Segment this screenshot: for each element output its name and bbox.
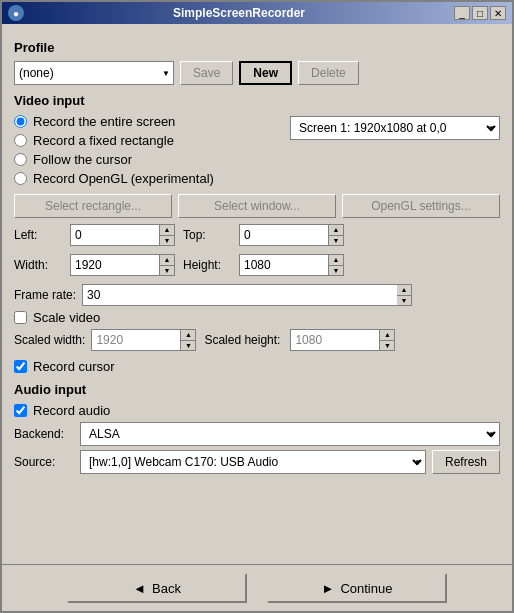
left-down-btn[interactable]: ▼ <box>160 236 174 246</box>
scale-video-checkbox[interactable] <box>14 311 27 324</box>
new-button[interactable]: New <box>239 61 292 85</box>
height-field-row: Height: 1080 ▲ ▼ <box>183 254 344 276</box>
profile-row: (none) Save New Delete <box>14 61 500 85</box>
continue-button[interactable]: ► Continue <box>267 573 447 603</box>
scaled-height-field-row: Scaled height: 1080 ▲ ▼ <box>204 329 395 351</box>
continue-icon: ► <box>322 581 335 596</box>
record-cursor-label: Record cursor <box>33 359 115 374</box>
backend-select[interactable]: ALSA <box>80 422 500 446</box>
scale-video-row: Scale video <box>14 310 500 325</box>
content-area: Profile (none) Save New Delete Video inp… <box>2 24 512 564</box>
height-spin-buttons: ▲ ▼ <box>329 254 344 276</box>
width-up-btn[interactable]: ▲ <box>160 255 174 266</box>
height-label: Height: <box>183 258 233 272</box>
width-input[interactable]: 1920 <box>70 254 160 276</box>
source-row: Source: [hw:1,0] Webcam C170: USB Audio … <box>14 450 500 474</box>
profile-select[interactable]: (none) <box>14 61 174 85</box>
radio-group: Record the entire screen Record a fixed … <box>14 114 214 186</box>
record-audio-checkbox[interactable] <box>14 404 27 417</box>
profile-select-wrapper: (none) <box>14 61 174 85</box>
scaled-width-label: Scaled width: <box>14 333 85 347</box>
record-audio-label: Record audio <box>33 403 110 418</box>
left-label: Left: <box>14 228 64 242</box>
backend-label: Backend: <box>14 427 74 441</box>
radio-fixed-rectangle-input[interactable] <box>14 134 27 147</box>
titlebar-controls: _ □ ✕ <box>454 6 506 20</box>
minimize-button[interactable]: _ <box>454 6 470 20</box>
radio-follow-cursor-label: Follow the cursor <box>33 152 132 167</box>
back-button[interactable]: ◄ Back <box>67 573 247 603</box>
left-spin: 0 ▲ ▼ <box>70 224 175 246</box>
select-rectangle-button[interactable]: Select rectangle... <box>14 194 172 218</box>
scaled-height-spin-buttons: ▲ ▼ <box>380 329 395 351</box>
framerate-label: Frame rate: <box>14 288 76 302</box>
record-cursor-row: Record cursor <box>14 359 500 374</box>
scaled-height-spin: 1080 ▲ ▼ <box>290 329 395 351</box>
scaled-height-down-btn[interactable]: ▼ <box>380 341 394 351</box>
width-spin-buttons: ▲ ▼ <box>160 254 175 276</box>
radio-opengl-input[interactable] <box>14 172 27 185</box>
save-button[interactable]: Save <box>180 61 233 85</box>
radio-entire-screen-input[interactable] <box>14 115 27 128</box>
window-title: SimpleScreenRecorder <box>24 6 454 20</box>
backend-row: Backend: ALSA <box>14 422 500 446</box>
radio-follow-cursor: Follow the cursor <box>14 152 214 167</box>
continue-label: Continue <box>340 581 392 596</box>
top-label: Top: <box>183 228 233 242</box>
scaled-width-input[interactable]: 1920 <box>91 329 181 351</box>
height-input[interactable]: 1080 <box>239 254 329 276</box>
top-field-row: Top: 0 ▲ ▼ <box>183 224 344 246</box>
scaled-width-field-row: Scaled width: 1920 ▲ ▼ <box>14 329 196 351</box>
top-input[interactable]: 0 <box>239 224 329 246</box>
delete-button[interactable]: Delete <box>298 61 359 85</box>
scaled-width-spin-buttons: ▲ ▼ <box>181 329 196 351</box>
scaled-width-down-btn[interactable]: ▼ <box>181 341 195 351</box>
record-cursor-checkbox[interactable] <box>14 360 27 373</box>
screen-dropdown[interactable]: Screen 1: 1920x1080 at 0,0 <box>290 116 500 140</box>
window-icon: ● <box>8 5 24 21</box>
scaled-width-spin: 1920 ▲ ▼ <box>91 329 196 351</box>
width-field-row: Width: 1920 ▲ ▼ <box>14 254 175 276</box>
left-top-row: Left: 0 ▲ ▼ Top: 0 ▲ ▼ <box>14 224 500 250</box>
width-down-btn[interactable]: ▼ <box>160 266 174 276</box>
titlebar: ● SimpleScreenRecorder _ □ ✕ <box>2 2 512 24</box>
scaled-width-up-btn[interactable]: ▲ <box>181 330 195 341</box>
video-input-section-title: Video input <box>14 93 500 108</box>
record-audio-row: Record audio <box>14 403 500 418</box>
radio-entire-screen: Record the entire screen <box>14 114 214 129</box>
audio-input-section-title: Audio input <box>14 382 500 397</box>
radio-opengl: Record OpenGL (experimental) <box>14 171 214 186</box>
framerate-up-btn[interactable]: ▲ <box>397 285 411 296</box>
close-button[interactable]: ✕ <box>490 6 506 20</box>
top-down-btn[interactable]: ▼ <box>329 236 343 246</box>
scale-video-label: Scale video <box>33 310 100 325</box>
scaled-height-up-btn[interactable]: ▲ <box>380 330 394 341</box>
scaled-size-row: Scaled width: 1920 ▲ ▼ Scaled height: 10… <box>14 329 500 355</box>
main-window: ● SimpleScreenRecorder _ □ ✕ Profile (no… <box>0 0 514 613</box>
back-icon: ◄ <box>133 581 146 596</box>
opengl-settings-button[interactable]: OpenGL settings... <box>342 194 500 218</box>
left-up-btn[interactable]: ▲ <box>160 225 174 236</box>
scaled-height-input[interactable]: 1080 <box>290 329 380 351</box>
width-spin: 1920 ▲ ▼ <box>70 254 175 276</box>
height-down-btn[interactable]: ▼ <box>329 266 343 276</box>
btn-row: Select rectangle... Select window... Ope… <box>14 194 500 218</box>
framerate-input[interactable]: 30 <box>82 284 412 306</box>
top-spin: 0 ▲ ▼ <box>239 224 344 246</box>
back-label: Back <box>152 581 181 596</box>
radio-fixed-rectangle-label: Record a fixed rectangle <box>33 133 174 148</box>
radio-follow-cursor-input[interactable] <box>14 153 27 166</box>
refresh-button[interactable]: Refresh <box>432 450 500 474</box>
left-spin-buttons: ▲ ▼ <box>160 224 175 246</box>
backend-select-wrapper: ALSA <box>80 422 500 446</box>
video-top-row: Record the entire screen Record a fixed … <box>14 114 500 194</box>
source-select[interactable]: [hw:1,0] Webcam C170: USB Audio <box>80 450 426 474</box>
framerate-input-wrapper: 30 ▲ ▼ <box>82 284 412 306</box>
framerate-down-btn[interactable]: ▼ <box>397 296 411 306</box>
left-input[interactable]: 0 <box>70 224 160 246</box>
height-up-btn[interactable]: ▲ <box>329 255 343 266</box>
maximize-button[interactable]: □ <box>472 6 488 20</box>
select-window-button[interactable]: Select window... <box>178 194 336 218</box>
height-spin: 1080 ▲ ▼ <box>239 254 344 276</box>
top-up-btn[interactable]: ▲ <box>329 225 343 236</box>
